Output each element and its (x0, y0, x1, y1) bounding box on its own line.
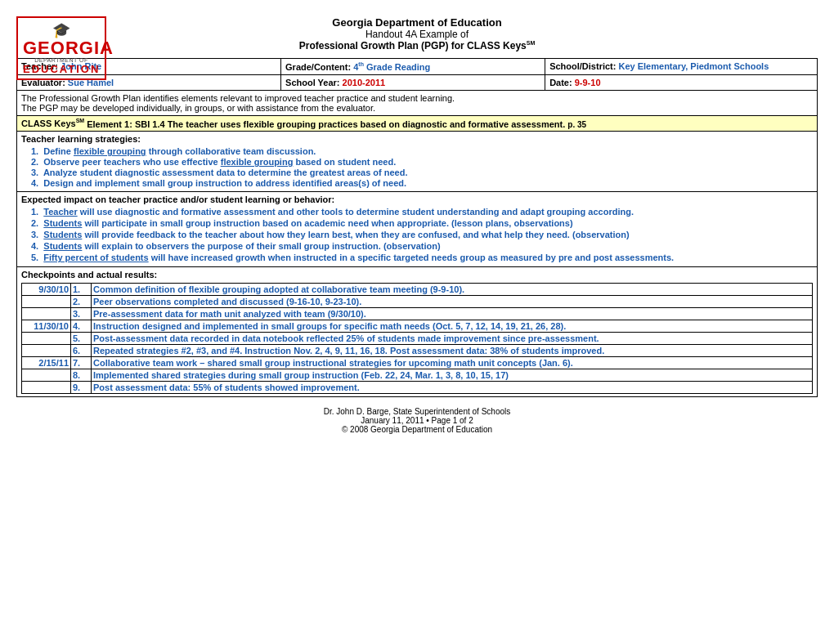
element-text: Element 1: SBI 1.4 The teacher uses flex… (87, 119, 565, 128)
main-title: Professional Growth Plan (PGP) for CLASS… (299, 40, 536, 51)
date-value: 9-9-10 (575, 78, 601, 87)
list-item: 4. Students will explain to observers th… (31, 241, 813, 251)
element-header-row: CLASS KeysSM Element 1: SBI 1.4 The teac… (17, 115, 818, 132)
grade-label: Grade/Content: (285, 62, 351, 72)
checkpoint-text: Repeated strategies #2, #3, and #4. Inst… (92, 345, 813, 357)
strategies-row: Teacher learning strategies: 1. Define f… (17, 132, 818, 192)
checkpoint-date (22, 382, 71, 394)
checkpoint-num: 7. (71, 357, 92, 369)
checkpoint-text: Common definition of flexible grouping a… (92, 284, 813, 296)
checkpoint-text: Post assessment data: 55% of students sh… (92, 382, 813, 394)
element-page-ref: p. 35 (567, 119, 586, 128)
list-item: 1. Teacher will use diagnostic and forma… (31, 207, 813, 217)
checkpoint-num: 1. (71, 284, 92, 296)
footer: Dr. John D. Barge, State Superintendent … (16, 407, 818, 434)
strategies-list: 1. Define flexible grouping through coll… (21, 146, 813, 188)
checkpoint-num: 6. (71, 345, 92, 357)
logo-georgia: GEORGIA (23, 39, 100, 57)
checkpoint-text: Peer observations completed and discusse… (92, 296, 813, 308)
table-row: 5. Post-assessment data recorded in data… (22, 333, 813, 345)
table-row: 3. Pre-assessment data for math unit ana… (22, 308, 813, 320)
list-item: 1. Define flexible grouping through coll… (31, 146, 813, 156)
subtitle: Handout 4A Example of (299, 29, 536, 40)
checkpoint-text: Implemented shared strategies during sma… (92, 369, 813, 382)
pgp-line2: The PGP may be developed individually, i… (21, 103, 813, 113)
checkpoint-num: 8. (71, 369, 92, 382)
list-item: 4. Design and implement small group inst… (31, 178, 813, 188)
list-item: 5. Fifty percent of students will have i… (31, 253, 813, 262)
footer-line1: Dr. John D. Barge, State Superintendent … (16, 407, 818, 416)
school-year-value: 2010-2011 (343, 78, 386, 87)
element-prefix: CLASS KeysSM (21, 119, 84, 128)
checkpoint-text: Instruction designed and implemented in … (92, 320, 813, 333)
checkpoint-date (22, 369, 71, 382)
checkpoint-date: 9/30/10 (22, 284, 71, 296)
evaluator-row: Evaluator: Sue Hamel School Year: 2010-2… (17, 74, 818, 90)
checkpoint-num: 9. (71, 382, 92, 394)
table-row: 2/15/11 7. Collaborative team work – sha… (22, 357, 813, 369)
header-text: Georgia Department of Education Handout … (299, 16, 536, 51)
main-table: Teacher: John Rite Grade/Content: 4th Gr… (16, 58, 818, 397)
checkpoint-date (22, 308, 71, 320)
pgp-line1: The Professional Growth Plan identifies … (21, 93, 813, 103)
checkpoint-num: 2. (71, 296, 92, 308)
table-row: 6. Repeated strategies #2, #3, and #4. I… (22, 345, 813, 357)
hat-icon: 🎓 (23, 21, 100, 39)
checkpoint-date (22, 333, 71, 345)
school-label: School/District: (549, 61, 616, 71)
checkpoint-date (22, 296, 71, 308)
checkpoint-date (22, 345, 71, 357)
checkpoint-text: Collaborative team work – shared small g… (92, 357, 813, 369)
table-row: 2. Peer observations completed and discu… (22, 296, 813, 308)
impact-list: 1. Teacher will use diagnostic and forma… (21, 207, 813, 262)
list-item: 3. Analyze student diagnostic assessment… (31, 168, 813, 177)
checkpoints-row: Checkpoints and actual results: 9/30/10 … (17, 267, 818, 397)
table-row: 11/30/10 4. Instruction designed and imp… (22, 320, 813, 333)
checkpoint-text: Post-assessment data recorded in data no… (92, 333, 813, 345)
logo-education: EDUCATION (23, 63, 100, 75)
list-item: 3. Students will provide feedback to the… (31, 230, 813, 239)
checkpoint-num: 3. (71, 308, 92, 320)
checkpoint-num: 5. (71, 333, 92, 345)
checkpoint-date: 2/15/11 (22, 357, 71, 369)
impact-title: Expected impact on teacher practice and/… (21, 195, 813, 204)
table-row: 9/30/10 1. Common definition of flexible… (22, 284, 813, 296)
table-row: 8. Implemented shared strategies during … (22, 369, 813, 382)
logo-area: 🎓 GEORGIA DEPARTMENT OF EDUCATION (16, 16, 106, 80)
strategies-title: Teacher learning strategies: (21, 134, 813, 144)
impact-row: Expected impact on teacher practice and/… (17, 192, 818, 267)
table-row: 9. Post assessment data: 55% of students… (22, 382, 813, 394)
org-title: Georgia Department of Education (299, 16, 536, 29)
checkpoint-num: 4. (71, 320, 92, 333)
checkpoints-table: 9/30/10 1. Common definition of flexible… (21, 283, 813, 394)
teacher-row: Teacher: John Rite Grade/Content: 4th Gr… (17, 59, 818, 75)
school-value: Key Elementary, Piedmont Schools (618, 61, 769, 71)
list-item: 2. Observe peer teachers who use effecti… (31, 157, 813, 167)
footer-line2: January 11, 2011 • Page 1 of 2 (16, 416, 818, 425)
pgp-desc-row: The Professional Growth Plan identifies … (17, 90, 818, 115)
school-year-label: School Year: (285, 78, 339, 87)
grade-value: 4th Grade Reading (353, 62, 430, 72)
checkpoint-date: 11/30/10 (22, 320, 71, 333)
list-item: 2. Students will participate in small gr… (31, 218, 813, 228)
footer-line3: © 2008 Georgia Department of Education (16, 425, 818, 434)
logo-dept: DEPARTMENT OF (23, 57, 100, 63)
checkpoint-text: Pre-assessment data for math unit analyz… (92, 308, 813, 320)
date-label: Date: (549, 78, 572, 87)
checkpoints-title: Checkpoints and actual results: (21, 270, 813, 280)
